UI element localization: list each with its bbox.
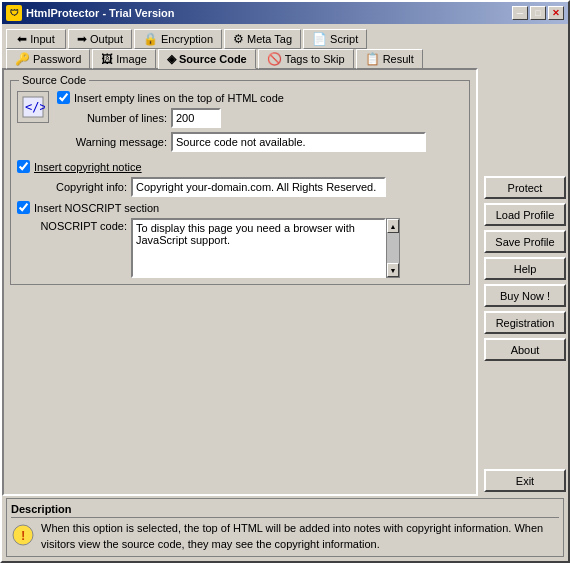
- noscript-checkbox[interactable]: [17, 201, 30, 214]
- encryption-tab-icon: 🔒: [143, 32, 158, 46]
- right-buttons: Protect Load Profile Save Profile Help B…: [478, 68, 568, 496]
- skipstags-tab-icon: 🚫: [267, 52, 282, 66]
- source-code-icon: </>: [17, 91, 49, 123]
- tab-output[interactable]: ➡ Output: [68, 29, 132, 49]
- source-header: </> Insert empty lines on the top of HTM…: [17, 91, 463, 156]
- noscript-section-label: Insert NOSCRIPT section: [34, 202, 159, 214]
- window-title: HtmlProtector - Trial Version: [26, 7, 175, 19]
- titlebar-controls: ─ □ ✕: [512, 6, 564, 20]
- empty-lines-checkbox-row: Insert empty lines on the top of HTML co…: [57, 91, 463, 104]
- tab-input-label: Input: [30, 33, 54, 45]
- sourcecode-tab-icon: ◈: [167, 52, 176, 66]
- scroll-track: [387, 233, 399, 263]
- minimize-button[interactable]: ─: [512, 6, 528, 20]
- noscript-scrollbar: ▲ ▼: [386, 218, 400, 278]
- exit-button[interactable]: Exit: [484, 469, 566, 492]
- titlebar: 🛡 HtmlProtector - Trial Version ─ □ ✕: [2, 2, 568, 24]
- tab-row-2: 🔑 Password 🖼 Image ◈ Source Code 🚫 Tags …: [6, 48, 564, 68]
- noscript-code-textarea[interactable]: To display this page you need a browser …: [131, 218, 386, 278]
- tab-password-label: Password: [33, 53, 81, 65]
- tab-encryption[interactable]: 🔒 Encryption: [134, 29, 222, 49]
- save-profile-button[interactable]: Save Profile: [484, 230, 566, 253]
- noscript-code-label: NOSCRIPT code:: [17, 218, 127, 232]
- number-of-lines-input[interactable]: [171, 108, 221, 128]
- image-tab-icon: 🖼: [101, 52, 113, 66]
- buttons-spacer: [484, 365, 564, 465]
- copyright-info-label: Copyright info:: [17, 181, 127, 193]
- output-tab-icon: ➡: [77, 32, 87, 46]
- copyright-info-input[interactable]: [131, 177, 386, 197]
- help-button[interactable]: Help: [484, 257, 566, 280]
- titlebar-left: 🛡 HtmlProtector - Trial Version: [6, 5, 175, 21]
- description-panel: Description ! When this option is select…: [6, 498, 564, 557]
- tab-script-label: Script: [330, 33, 358, 45]
- tab-encryption-label: Encryption: [161, 33, 213, 45]
- metatag-tab-icon: ⚙: [233, 32, 244, 46]
- tab-sourcecode[interactable]: ◈ Source Code: [158, 49, 256, 69]
- tab-result-label: Result: [383, 53, 414, 65]
- noscript-textarea-container: To display this page you need a browser …: [131, 218, 400, 278]
- protect-button[interactable]: Protect: [484, 176, 566, 199]
- copyright-label: Insert copyright notice: [34, 161, 142, 173]
- tab-script[interactable]: 📄 Script: [303, 29, 367, 49]
- tab-skipstags-label: Tags to Skip: [285, 53, 345, 65]
- empty-lines-label: Insert empty lines on the top of HTML co…: [74, 92, 284, 104]
- warning-message-row: Warning message:: [57, 132, 463, 152]
- tab-metatag-label: Meta Tag: [247, 33, 292, 45]
- description-content: ! When this option is selected, the top …: [11, 521, 559, 552]
- password-tab-icon: 🔑: [15, 52, 30, 66]
- svg-text:!: !: [21, 528, 25, 543]
- close-button[interactable]: ✕: [548, 6, 564, 20]
- empty-lines-checkbox[interactable]: [57, 91, 70, 104]
- tab-result[interactable]: 📋 Result: [356, 49, 423, 69]
- warning-message-label: Warning message:: [57, 136, 167, 148]
- tab-output-label: Output: [90, 33, 123, 45]
- script-tab-icon: 📄: [312, 32, 327, 46]
- app-icon: 🛡: [6, 5, 22, 21]
- description-icon: !: [11, 523, 35, 547]
- scroll-up-arrow[interactable]: ▲: [387, 219, 399, 233]
- description-label: Description: [11, 503, 559, 518]
- tab-sourcecode-label: Source Code: [179, 53, 247, 65]
- main-panel: Source Code </> Insert empty lines on th…: [2, 68, 478, 496]
- tab-tags-to-skip[interactable]: 🚫 Tags to Skip: [258, 49, 354, 69]
- warning-message-input[interactable]: [171, 132, 426, 152]
- result-tab-icon: 📋: [365, 52, 380, 66]
- buy-now-button[interactable]: Buy Now !: [484, 284, 566, 307]
- groupbox-label: Source Code: [19, 74, 89, 86]
- buttons-top-spacer: [484, 72, 564, 172]
- tab-metatag[interactable]: ⚙ Meta Tag: [224, 29, 301, 49]
- source-fields: Insert empty lines on the top of HTML co…: [57, 91, 463, 156]
- content-main: Source Code </> Insert empty lines on th…: [2, 68, 568, 496]
- load-profile-button[interactable]: Load Profile: [484, 203, 566, 226]
- tab-row-1: ⬅ Input ➡ Output 🔒 Encryption ⚙ Meta Tag…: [6, 28, 564, 48]
- source-code-group: Source Code </> Insert empty lines on th…: [10, 80, 470, 285]
- main-window: 🛡 HtmlProtector - Trial Version ─ □ ✕ ⬅ …: [0, 0, 570, 563]
- copyright-checkbox[interactable]: [17, 160, 30, 173]
- tab-input[interactable]: ⬅ Input: [6, 29, 66, 49]
- number-of-lines-label: Number of lines:: [57, 112, 167, 124]
- copyright-info-row: Copyright info:: [17, 177, 463, 197]
- registration-button[interactable]: Registration: [484, 311, 566, 334]
- description-text: When this option is selected, the top of…: [41, 521, 559, 552]
- noscript-checkbox-row: Insert NOSCRIPT section: [17, 201, 463, 214]
- tab-area: ⬅ Input ➡ Output 🔒 Encryption ⚙ Meta Tag…: [2, 24, 568, 68]
- scroll-down-arrow[interactable]: ▼: [387, 263, 399, 277]
- tab-image-label: Image: [116, 53, 147, 65]
- number-of-lines-row: Number of lines:: [57, 108, 463, 128]
- maximize-button[interactable]: □: [530, 6, 546, 20]
- input-tab-icon: ⬅: [17, 32, 27, 46]
- tab-image[interactable]: 🖼 Image: [92, 49, 156, 69]
- about-button[interactable]: About: [484, 338, 566, 361]
- svg-text:</>: </>: [25, 100, 45, 114]
- copyright-checkbox-row: Insert copyright notice: [17, 160, 463, 173]
- noscript-code-row: NOSCRIPT code: To display this page you …: [17, 218, 463, 278]
- tab-password[interactable]: 🔑 Password: [6, 49, 90, 69]
- panel-spacer: [10, 291, 470, 488]
